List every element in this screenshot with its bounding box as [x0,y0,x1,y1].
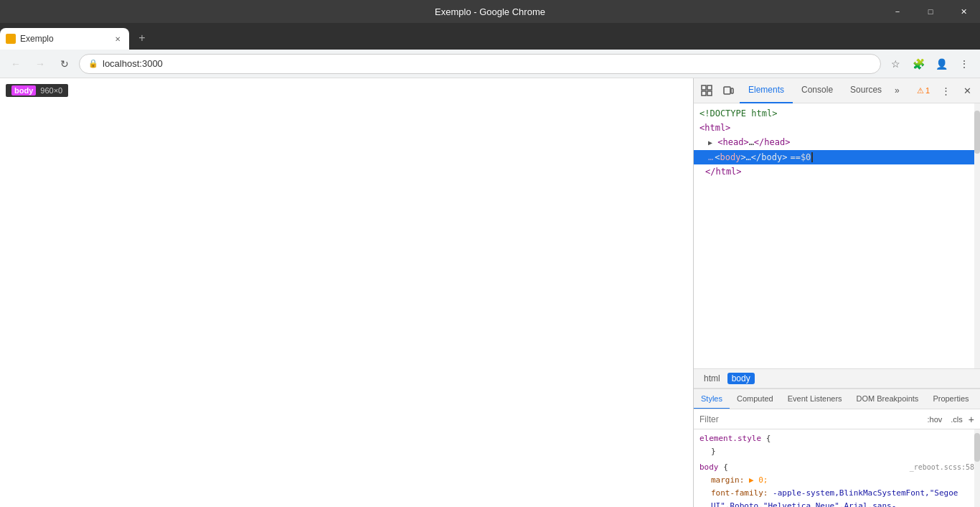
bookmark-button[interactable]: ☆ [885,54,905,74]
browser-tab[interactable]: Exemplo ✕ [0,28,129,50]
body-margin-prop: margin: ▶ 0; [711,474,974,487]
styles-scrollbar[interactable] [974,429,980,507]
cls-button[interactable]: .cls [948,414,966,424]
devtools-tabs: Elements Console Sources » [740,78,911,103]
html-close-tag: </html> [705,167,742,177]
element-style-rule: element.style { } [699,432,974,458]
body-open-brace: { [723,462,728,472]
dom-line-html[interactable]: <html> [694,121,980,135]
styles-tab-event-listeners[interactable]: Event Listeners [781,389,849,409]
reload-button[interactable]: ↻ [55,54,75,74]
font-family-property: font-family: [711,488,768,498]
address-input[interactable]: 🔒 localhost:3000 [79,54,881,74]
styles-tab-properties[interactable]: Properties [925,389,976,409]
tab-bar: Exemplo ✕ + [0,23,980,50]
window-controls: − □ ✕ [881,0,980,23]
tab-elements[interactable]: Elements [740,78,793,103]
body-ellipsis: … [746,150,751,164]
filter-input[interactable] [699,414,920,424]
cursor [811,152,813,162]
element-style-selector: element.style [699,434,761,443]
address-url: localhost:3000 [103,58,163,69]
dom-line-body[interactable]: … <body>…</body> == $0 [694,150,980,164]
dom-tree-scrollbar[interactable] [974,103,980,368]
styles-panel: Styles Computed Event Listeners DOM Brea… [694,389,980,507]
body-selector: body [699,462,719,472]
devtools-toolbar-right: ⚠ 1 ⋮ ✕ [913,80,977,101]
body-open-tag: < [715,150,720,164]
hov-button[interactable]: :hov [925,414,946,424]
body-source[interactable]: _reboot.scss:58 [910,461,974,474]
more-button[interactable]: ⋮ [954,54,974,74]
lock-icon: 🔒 [88,59,98,68]
warning-icon: ⚠ [917,86,924,96]
extension-button[interactable]: 🧩 [908,54,928,74]
body-tag-name: body [720,150,740,164]
tooltip-label: body [11,85,36,96]
svg-rect-2 [702,91,706,96]
breadcrumb-html[interactable]: html [699,373,725,384]
back-button[interactable]: ← [6,54,26,74]
tab-console[interactable]: Console [793,78,842,103]
head-ellipsis: … [749,137,754,147]
breadcrumb-body[interactable]: body [727,373,755,384]
dom-line-head[interactable]: ▶ <head>…</head> [694,135,980,150]
svg-rect-3 [707,91,712,96]
styles-tab-dom-breakpoints[interactable]: DOM Breakpoints [849,389,926,409]
inspect-button[interactable] [697,80,717,101]
dollar-zero: $0 [801,150,811,164]
warning-count: 1 [925,86,930,95]
profile-button[interactable]: 👤 [931,54,951,74]
devtools-close-button[interactable]: ✕ [957,80,977,101]
styles-tab-computed[interactable]: Computed [730,389,781,409]
doctype-text: <!DOCTYPE html> [699,108,777,118]
dots: … [708,150,713,164]
body-close-tag: </body> [751,150,788,164]
address-icons: ☆ 🧩 👤 ⋮ [885,54,974,74]
element-style-open: { [766,434,771,443]
restore-button[interactable]: □ [914,0,947,23]
styles-scrollbar-thumb[interactable] [974,433,980,462]
add-rule-button[interactable]: + [969,414,974,425]
more-tabs-button[interactable]: » [890,85,904,96]
dom-line-html-close[interactable]: </html> [694,164,980,179]
html-open-tag: <html> [699,123,730,133]
triangle-icon[interactable]: ▶ [708,139,712,146]
svg-rect-0 [702,85,706,90]
element-style-close: } [711,445,974,458]
window-title: Exemplo - Google Chrome [435,6,545,17]
dom-tree-scrollbar-thumb[interactable] [974,111,980,154]
address-bar: ← → ↻ 🔒 localhost:3000 ☆ 🧩 👤 ⋮ [0,50,980,78]
equals-sign: == [790,150,800,164]
minimize-button[interactable]: − [881,0,914,23]
title-bar: Exemplo - Google Chrome − □ ✕ [0,0,980,23]
svg-rect-5 [731,88,733,93]
tab-favicon-icon [6,34,16,44]
body-tag-close-bracket: > [740,150,745,164]
new-tab-button[interactable]: + [132,28,152,48]
devtools-toolbar: Elements Console Sources » ⚠ 1 ⋮ ✕ [694,78,980,103]
body-style-rule: body { _reboot.scss:58 margin: ▶ 0; font… [699,461,974,507]
browser-viewport: body 960×0 [0,78,693,507]
devtools-menu-button[interactable]: ⋮ [936,80,956,101]
devtools-panel: Elements Console Sources » ⚠ 1 ⋮ ✕ [693,78,980,507]
margin-value: ▶ 0; [749,475,768,485]
dom-line-doctype[interactable]: <!DOCTYPE html> [694,106,980,121]
main-area: body 960×0 E [0,78,980,507]
tab-close-button[interactable]: ✕ [112,33,123,45]
head-tag: <head> [717,137,748,147]
styles-tab-styles[interactable]: Styles [694,389,730,409]
dom-tree[interactable]: <!DOCTYPE html> <html> ▶ <head>…</head> … [694,103,980,368]
body-font-family-prop: font-family: -apple-system,BlinkMacSyste… [711,487,974,507]
close-button[interactable]: ✕ [947,0,980,23]
tab-sources[interactable]: Sources [842,78,890,103]
styles-tabs: Styles Computed Event Listeners DOM Brea… [694,389,980,409]
tooltip-size: 960×0 [40,86,62,95]
forward-button[interactable]: → [30,54,50,74]
margin-property: margin: [711,475,744,485]
svg-rect-1 [707,85,712,90]
head-close-tag: </head> [754,137,791,147]
warnings-button[interactable]: ⚠ 1 [913,85,934,97]
device-toggle-button[interactable] [718,80,738,101]
styles-content: element.style { } body { _reboot.scss:58… [694,429,980,507]
